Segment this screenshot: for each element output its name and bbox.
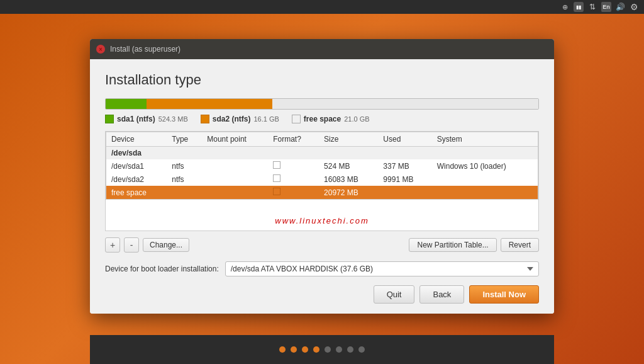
- legend-free-size: 21.0 GB: [344, 115, 369, 123]
- partition-table-area: Device Type Mount point Format? Size Use…: [105, 131, 539, 231]
- legend-sda2: sda2 (ntfs) 16.1 GB: [201, 115, 279, 123]
- dialog-title: Install (as superuser): [110, 45, 180, 54]
- usb-icon: ⇅: [587, 2, 597, 12]
- watermark: www.linuxtechi.com: [106, 206, 538, 230]
- legend-free: free space 21.0 GB: [292, 115, 370, 123]
- dialog-body: Installation type sda1 (ntfs) 524.3 MB s…: [90, 59, 554, 314]
- dot-6: [336, 346, 342, 353]
- row-sda2-type: ntfs: [167, 173, 202, 186]
- row-sda2-format[interactable]: [268, 173, 319, 186]
- new-partition-table-button[interactable]: New Partition Table...: [409, 238, 496, 252]
- row-free-size: 20972 MB: [319, 186, 378, 200]
- table-header-row: Device Type Mount point Format? Size Use…: [106, 132, 538, 147]
- row-sda2-device: /dev/sda2: [106, 173, 167, 186]
- dot-3: [302, 346, 308, 353]
- install-dialog: × Install (as superuser) Installation ty…: [90, 39, 554, 314]
- row-free-system: [432, 186, 538, 200]
- row-sda1-size: 524 MB: [319, 159, 378, 173]
- format-checkbox-free[interactable]: [273, 188, 280, 195]
- keyboard-icon[interactable]: En: [601, 2, 611, 12]
- row-sda1-used: 337 MB: [378, 159, 431, 173]
- col-system: System: [432, 132, 538, 147]
- col-format: Format?: [268, 132, 319, 147]
- partition-bar: [105, 98, 539, 110]
- row-free-type: [167, 186, 202, 200]
- close-button[interactable]: ×: [96, 45, 105, 54]
- row-free-device: free space: [106, 186, 167, 200]
- quit-button[interactable]: Quit: [374, 285, 415, 304]
- format-checkbox-sda2[interactable]: [273, 174, 280, 182]
- table-row-group-sda: /dev/sda: [106, 147, 538, 160]
- row-free-format[interactable]: [268, 186, 319, 200]
- table-row-sda2[interactable]: /dev/sda2 ntfs 16083 MB 9991 MB: [106, 173, 538, 186]
- row-sda2-system: [432, 173, 538, 186]
- page-title: Installation type: [105, 72, 539, 88]
- progress-dots-bar: [90, 335, 554, 364]
- legend-sda2-size: 16.1 GB: [253, 115, 279, 123]
- volume-icon[interactable]: 🔊: [615, 2, 625, 12]
- row-sda2-size: 16083 MB: [319, 173, 378, 186]
- table-row-free[interactable]: free space 20972 MB: [106, 186, 538, 200]
- settings-icon[interactable]: ⚙: [629, 2, 639, 12]
- col-type: Type: [167, 132, 202, 147]
- titlebar: × Install (as superuser): [90, 39, 554, 59]
- table-row-sda1[interactable]: /dev/sda1 ntfs 524 MB 337 MB Windows 10 …: [106, 159, 538, 173]
- dot-5: [325, 346, 331, 353]
- dot-1: [279, 346, 286, 353]
- action-buttons: Quit Back Install Now: [105, 285, 539, 304]
- add-partition-button[interactable]: +: [105, 237, 120, 253]
- wifi-icon[interactable]: ⊕: [560, 2, 570, 12]
- dot-8: [358, 346, 365, 353]
- partition-sda2-segment: [147, 99, 272, 109]
- row-free-mount: [202, 186, 268, 200]
- row-sda1-format[interactable]: [268, 159, 319, 173]
- legend-sda1-name: sda1 (ntfs): [117, 115, 155, 123]
- change-partition-button[interactable]: Change...: [143, 238, 189, 252]
- remove-partition-button[interactable]: -: [124, 237, 139, 253]
- col-used: Used: [378, 132, 431, 147]
- row-sda1-device: /dev/sda1: [106, 159, 167, 173]
- bootloader-select[interactable]: /dev/sda ATA VBOX HARDDISK (37.6 GB): [225, 261, 539, 276]
- legend-sda1-color: [105, 115, 114, 123]
- legend-sda1: sda1 (ntfs) 524.3 MB: [105, 115, 188, 123]
- col-mountpoint: Mount point: [202, 132, 268, 147]
- legend-sda2-color: [201, 115, 209, 123]
- row-sda2-used: 9991 MB: [378, 173, 431, 186]
- partition-controls: + - Change... New Partition Table... Rev…: [105, 237, 539, 253]
- row-sda1-mount: [202, 159, 268, 173]
- row-sda1-system: Windows 10 (loader): [432, 159, 538, 173]
- row-free-used: [378, 186, 431, 200]
- dot-4: [313, 346, 319, 353]
- partition-legend: sda1 (ntfs) 524.3 MB sda2 (ntfs) 16.1 GB…: [105, 115, 539, 123]
- bootloader-label: Device for boot loader installation:: [105, 264, 219, 273]
- battery-icon: ▮▮: [574, 2, 584, 12]
- taskbar: ⊕ ▮▮ ⇅ En 🔊 ⚙: [0, 0, 644, 14]
- format-checkbox-sda1[interactable]: [273, 161, 280, 169]
- legend-sda2-name: sda2 (ntfs): [213, 115, 251, 123]
- revert-button[interactable]: Revert: [501, 238, 539, 252]
- install-now-button[interactable]: Install Now: [469, 285, 539, 304]
- back-button[interactable]: Back: [419, 285, 464, 304]
- legend-free-color: [292, 115, 301, 123]
- dot-7: [347, 346, 353, 353]
- partition-free-segment: [272, 99, 538, 109]
- row-sda1-type: ntfs: [167, 159, 202, 173]
- legend-sda1-size: 524.3 MB: [158, 115, 188, 123]
- group-header-label: /dev/sda: [106, 147, 538, 160]
- partition-bar-container: [105, 98, 539, 110]
- col-size: Size: [319, 132, 378, 147]
- col-device: Device: [106, 132, 167, 147]
- bootloader-row: Device for boot loader installation: /de…: [105, 261, 539, 276]
- legend-free-name: free space: [304, 115, 341, 123]
- partition-sda1-segment: [106, 99, 147, 109]
- row-sda2-mount: [202, 173, 268, 186]
- partition-table: Device Type Mount point Format? Size Use…: [106, 132, 538, 200]
- dot-2: [291, 346, 297, 353]
